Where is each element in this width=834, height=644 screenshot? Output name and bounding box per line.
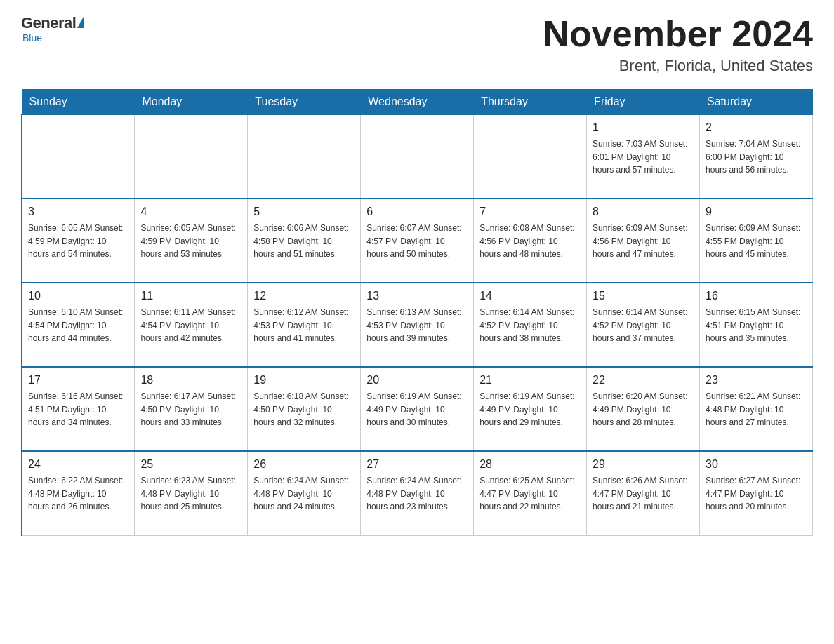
day-number: 11	[140, 288, 241, 304]
day-info: Sunrise: 6:19 AM Sunset: 4:49 PM Dayligh…	[366, 390, 468, 429]
day-info: Sunrise: 6:24 AM Sunset: 4:48 PM Dayligh…	[366, 474, 468, 514]
day-number: 18	[140, 372, 241, 389]
calendar-cell: 2Sunrise: 7:04 AM Sunset: 6:00 PM Daylig…	[700, 114, 813, 199]
calendar-cell: 20Sunrise: 6:19 AM Sunset: 4:49 PM Dayli…	[361, 367, 474, 451]
day-info: Sunrise: 6:07 AM Sunset: 4:57 PM Dayligh…	[366, 222, 468, 261]
calendar-cell: 5Sunrise: 6:06 AM Sunset: 4:58 PM Daylig…	[248, 199, 361, 283]
weekday-header-friday: Friday	[587, 90, 700, 115]
calendar-cell	[135, 114, 248, 199]
day-number: 25	[140, 456, 241, 473]
day-info: Sunrise: 6:26 AM Sunset: 4:47 PM Dayligh…	[593, 474, 694, 514]
day-info: Sunrise: 6:23 AM Sunset: 4:48 PM Dayligh…	[140, 474, 241, 514]
calendar-cell: 14Sunrise: 6:14 AM Sunset: 4:52 PM Dayli…	[474, 283, 587, 367]
day-info: Sunrise: 6:05 AM Sunset: 4:59 PM Dayligh…	[140, 222, 241, 261]
calendar-cell	[22, 114, 135, 199]
day-info: Sunrise: 6:22 AM Sunset: 4:48 PM Dayligh…	[28, 474, 128, 514]
calendar-week-row: 24Sunrise: 6:22 AM Sunset: 4:48 PM Dayli…	[22, 451, 813, 535]
calendar-cell: 19Sunrise: 6:18 AM Sunset: 4:50 PM Dayli…	[248, 367, 361, 451]
day-info: Sunrise: 6:21 AM Sunset: 4:48 PM Dayligh…	[706, 390, 807, 429]
day-info: Sunrise: 6:16 AM Sunset: 4:51 PM Dayligh…	[28, 390, 128, 429]
calendar-cell	[248, 114, 361, 199]
calendar-cell	[474, 114, 587, 199]
day-info: Sunrise: 7:03 AM Sunset: 6:01 PM Dayligh…	[593, 137, 694, 177]
day-info: Sunrise: 6:20 AM Sunset: 4:49 PM Dayligh…	[593, 390, 694, 429]
calendar-cell: 12Sunrise: 6:12 AM Sunset: 4:53 PM Dayli…	[248, 283, 361, 367]
day-number: 16	[706, 288, 807, 304]
calendar-cell: 1Sunrise: 7:03 AM Sunset: 6:01 PM Daylig…	[587, 114, 700, 199]
day-info: Sunrise: 6:05 AM Sunset: 4:59 PM Dayligh…	[28, 222, 128, 261]
logo-blue-text: Blue	[22, 32, 42, 43]
day-number: 21	[479, 372, 581, 389]
day-info: Sunrise: 6:14 AM Sunset: 4:52 PM Dayligh…	[593, 306, 694, 345]
calendar-cell: 7Sunrise: 6:08 AM Sunset: 4:56 PM Daylig…	[474, 199, 587, 283]
day-info: Sunrise: 6:09 AM Sunset: 4:56 PM Dayligh…	[593, 222, 694, 261]
calendar-cell: 8Sunrise: 6:09 AM Sunset: 4:56 PM Daylig…	[587, 199, 700, 283]
calendar-cell: 3Sunrise: 6:05 AM Sunset: 4:59 PM Daylig…	[22, 199, 135, 283]
day-number: 15	[593, 288, 694, 304]
weekday-header-thursday: Thursday	[474, 90, 587, 115]
calendar-cell: 4Sunrise: 6:05 AM Sunset: 4:59 PM Daylig…	[135, 199, 248, 283]
day-info: Sunrise: 6:19 AM Sunset: 4:49 PM Dayligh…	[479, 390, 581, 429]
calendar-cell: 26Sunrise: 6:24 AM Sunset: 4:48 PM Dayli…	[248, 451, 361, 535]
weekday-header-monday: Monday	[135, 90, 248, 115]
day-info: Sunrise: 6:06 AM Sunset: 4:58 PM Dayligh…	[253, 222, 355, 261]
calendar-cell: 6Sunrise: 6:07 AM Sunset: 4:57 PM Daylig…	[361, 199, 474, 283]
calendar-cell: 17Sunrise: 6:16 AM Sunset: 4:51 PM Dayli…	[22, 367, 135, 451]
day-info: Sunrise: 7:04 AM Sunset: 6:00 PM Dayligh…	[706, 137, 807, 177]
calendar-cell: 10Sunrise: 6:10 AM Sunset: 4:54 PM Dayli…	[22, 283, 135, 367]
calendar-table: SundayMondayTuesdayWednesdayThursdayFrid…	[21, 89, 813, 536]
weekday-header-wednesday: Wednesday	[361, 90, 474, 115]
day-info: Sunrise: 6:18 AM Sunset: 4:50 PM Dayligh…	[253, 390, 355, 429]
calendar-week-row: 17Sunrise: 6:16 AM Sunset: 4:51 PM Dayli…	[22, 367, 813, 451]
day-info: Sunrise: 6:17 AM Sunset: 4:50 PM Dayligh…	[140, 390, 241, 429]
day-number: 13	[366, 288, 468, 304]
logo: General Blue	[21, 14, 84, 43]
day-number: 24	[28, 456, 128, 473]
calendar-cell: 24Sunrise: 6:22 AM Sunset: 4:48 PM Dayli…	[22, 451, 135, 535]
calendar-cell: 22Sunrise: 6:20 AM Sunset: 4:49 PM Dayli…	[587, 367, 700, 451]
calendar-cell: 9Sunrise: 6:09 AM Sunset: 4:55 PM Daylig…	[700, 199, 813, 283]
weekday-header-row: SundayMondayTuesdayWednesdayThursdayFrid…	[22, 90, 813, 115]
day-number: 17	[28, 372, 128, 389]
calendar-cell: 30Sunrise: 6:27 AM Sunset: 4:47 PM Dayli…	[700, 451, 813, 535]
day-number: 1	[593, 119, 694, 136]
calendar-cell: 11Sunrise: 6:11 AM Sunset: 4:54 PM Dayli…	[135, 283, 248, 367]
day-number: 6	[366, 203, 468, 220]
day-info: Sunrise: 6:09 AM Sunset: 4:55 PM Dayligh…	[706, 222, 807, 261]
calendar-week-row: 1Sunrise: 7:03 AM Sunset: 6:01 PM Daylig…	[22, 114, 813, 199]
day-number: 7	[479, 203, 581, 220]
calendar-cell: 29Sunrise: 6:26 AM Sunset: 4:47 PM Dayli…	[587, 451, 700, 535]
day-number: 28	[479, 456, 581, 473]
day-info: Sunrise: 6:15 AM Sunset: 4:51 PM Dayligh…	[706, 306, 807, 345]
day-info: Sunrise: 6:25 AM Sunset: 4:47 PM Dayligh…	[479, 474, 581, 514]
day-number: 23	[706, 372, 807, 389]
day-info: Sunrise: 6:13 AM Sunset: 4:53 PM Dayligh…	[366, 306, 468, 345]
day-number: 3	[28, 203, 128, 220]
day-number: 12	[253, 288, 355, 304]
day-number: 5	[253, 203, 355, 220]
day-number: 14	[479, 288, 581, 304]
day-number: 9	[706, 203, 807, 220]
calendar-header: SundayMondayTuesdayWednesdayThursdayFrid…	[22, 90, 813, 115]
calendar-cell: 21Sunrise: 6:19 AM Sunset: 4:49 PM Dayli…	[474, 367, 587, 451]
day-number: 22	[593, 372, 694, 389]
calendar-cell: 13Sunrise: 6:13 AM Sunset: 4:53 PM Dayli…	[361, 283, 474, 367]
day-info: Sunrise: 6:24 AM Sunset: 4:48 PM Dayligh…	[253, 474, 355, 514]
calendar-cell: 15Sunrise: 6:14 AM Sunset: 4:52 PM Dayli…	[587, 283, 700, 367]
day-number: 20	[366, 372, 468, 389]
day-number: 19	[253, 372, 355, 389]
calendar-cell: 27Sunrise: 6:24 AM Sunset: 4:48 PM Dayli…	[361, 451, 474, 535]
day-info: Sunrise: 6:10 AM Sunset: 4:54 PM Dayligh…	[28, 306, 128, 345]
logo-triangle-icon	[77, 15, 84, 28]
calendar-cell: 28Sunrise: 6:25 AM Sunset: 4:47 PM Dayli…	[474, 451, 587, 535]
day-number: 2	[706, 119, 807, 136]
weekday-header-sunday: Sunday	[22, 90, 135, 115]
calendar-cell: 18Sunrise: 6:17 AM Sunset: 4:50 PM Dayli…	[135, 367, 248, 451]
day-number: 8	[593, 203, 694, 220]
calendar-cell	[361, 114, 474, 199]
calendar-week-row: 3Sunrise: 6:05 AM Sunset: 4:59 PM Daylig…	[22, 199, 813, 283]
day-info: Sunrise: 6:08 AM Sunset: 4:56 PM Dayligh…	[479, 222, 581, 261]
calendar-week-row: 10Sunrise: 6:10 AM Sunset: 4:54 PM Dayli…	[22, 283, 813, 367]
day-number: 30	[706, 456, 807, 473]
page-header: General Blue November 2024 Brent, Florid…	[21, 14, 813, 75]
